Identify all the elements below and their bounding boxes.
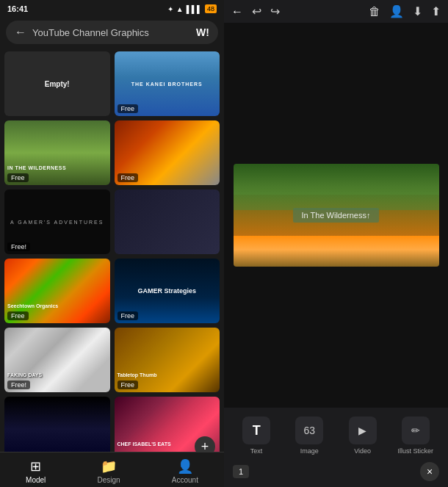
right-panel: ← ↩ ↪ 🗑 👤 ⬇ ⬆ In The Wilderness↑ T Text — [224, 0, 448, 487]
model-label: Model — [26, 476, 46, 484]
image-number: 63 — [304, 425, 316, 436]
sticker-tool-label: Illust Sticker — [398, 447, 434, 455]
search-suffix: W! — [196, 26, 209, 38]
right-toolbar: ← ↩ ↪ 🗑 👤 ⬇ ⬆ — [224, 0, 448, 23]
tool-image[interactable]: 63 Image — [291, 416, 328, 455]
template-card-strategies[interactable]: GAMER Strategies Free — [115, 259, 220, 323]
toolbar-undo-icon[interactable]: ↩ — [252, 4, 261, 18]
empty-label: Empty! — [45, 80, 70, 88]
berries-label: CHEF ISABEL'S EATS — [118, 441, 171, 447]
toolbar-share-icon[interactable]: ⬆ — [431, 4, 441, 18]
canvas-preview: In The Wilderness↑ — [234, 164, 439, 267]
girl-badge: Free — [118, 173, 139, 182]
bottom-nav: ⊞ Model 📁 Design 👤 Account — [0, 452, 224, 487]
canvas-text-overlay[interactable]: In The Wilderness↑ — [293, 208, 380, 223]
gamer-adv-label: A GAMER'S ADVENTURES — [10, 220, 104, 225]
image-tool-icon-box: 63 — [295, 416, 323, 444]
account-icon: 👤 — [177, 458, 193, 475]
wilderness-badge: Free — [7, 173, 29, 182]
tool-video[interactable]: ▶ Video — [344, 416, 381, 455]
nav-account[interactable]: 👤 Account — [172, 458, 198, 484]
text-tool-icon: T — [242, 416, 270, 444]
search-bar[interactable]: ← YouTube Channel Graphics W! — [6, 21, 218, 44]
template-card-marble[interactable]: FAKING DAYS Free! — [4, 328, 110, 392]
bluetooth-icon: ✦ — [167, 5, 173, 13]
video-tool-label: Video — [354, 447, 371, 455]
toolbar-trash-icon[interactable]: 🗑 — [369, 5, 380, 18]
left-panel: 16:41 ✦ ▲ ▌▌▌ 48 ← YouTube Channel Graph… — [0, 0, 224, 487]
toolbar-back-icon[interactable]: ← — [231, 5, 243, 18]
nav-design[interactable]: 📁 Design — [97, 458, 120, 484]
page-badge: 1 — [233, 465, 249, 478]
organics-badge: Free — [7, 311, 29, 320]
tool-sticker[interactable]: ✏ Illust Sticker — [397, 416, 434, 455]
organics-label: Seechtown Organics — [7, 303, 58, 309]
template-card-dark-space[interactable] — [4, 397, 110, 452]
account-label: Account — [172, 476, 198, 484]
add-template-button[interactable]: + — [195, 436, 215, 452]
template-card-kanei[interactable]: THE KANEI BROTHERS Free — [115, 51, 220, 116]
design-label: Design — [97, 476, 120, 484]
template-card-scripts[interactable] — [115, 190, 220, 254]
template-grid: Empty! THE KANEI BROTHERS Free IN THE WI… — [0, 48, 224, 452]
back-arrow-icon[interactable]: ← — [15, 26, 26, 39]
template-card-berries[interactable]: CHEF ISABEL'S EATS + — [115, 397, 220, 452]
canvas-area[interactable]: In The Wilderness↑ — [224, 23, 448, 408]
template-card-girl[interactable]: Free — [115, 120, 220, 185]
design-icon: 📁 — [101, 458, 117, 475]
template-card-empty[interactable]: Empty! — [4, 51, 110, 116]
toolbar-redo-icon[interactable]: ↪ — [270, 4, 280, 18]
bottom-tools: T Text 63 Image ▶ Video ✏ Illu — [224, 408, 448, 487]
marble-label: FAKING DAYS — [7, 372, 42, 378]
wifi-icon: ▲ — [176, 5, 184, 13]
status-time: 16:41 — [7, 4, 28, 13]
marble-badge: Free! — [7, 380, 30, 389]
template-card-organics[interactable]: Free Seechtown Organics — [4, 259, 110, 323]
model-icon: ⊞ — [30, 458, 41, 475]
image-tool-label: Image — [300, 447, 319, 455]
strategies-badge: Free — [118, 311, 139, 320]
template-card-tablet[interactable]: Tabletop Thumb Free — [115, 328, 220, 392]
tool-text[interactable]: T Text — [238, 416, 275, 455]
toolbar-user-icon[interactable]: 👤 — [389, 4, 404, 18]
page-indicator-row: 1 × — [224, 458, 448, 484]
tools-row: T Text 63 Image ▶ Video ✏ Illu — [224, 414, 448, 458]
strategies-label: GAMER Strategies — [137, 287, 196, 295]
search-input-text[interactable]: YouTube Channel Graphics — [32, 27, 190, 38]
battery-icon: 48 — [205, 4, 217, 13]
nav-model[interactable]: ⊞ Model — [26, 458, 46, 484]
tablet-label: Tabletop Thumb — [118, 372, 157, 378]
kanei-title: THE KANEI BROTHERS — [131, 82, 203, 87]
close-button[interactable]: × — [420, 462, 439, 481]
template-card-wilderness[interactable]: IN THE WILDERNESS Free — [4, 120, 110, 185]
status-bar: 16:41 ✦ ▲ ▌▌▌ 48 — [0, 0, 224, 16]
kanei-badge: Free — [118, 104, 139, 113]
text-tool-label: Text — [250, 447, 263, 455]
status-icons: ✦ ▲ ▌▌▌ 48 — [167, 4, 217, 13]
wilderness-label: IN THE WILDERNESS — [7, 165, 66, 170]
gamer-adv-badge: Free! — [7, 242, 30, 251]
sticker-tool-icon: ✏ — [402, 416, 430, 444]
toolbar-download-icon[interactable]: ⬇ — [413, 4, 422, 18]
template-card-gamer-adv[interactable]: A GAMER'S ADVENTURES Free! — [4, 190, 110, 254]
tablet-badge: Free — [118, 380, 139, 389]
video-tool-icon: ▶ — [349, 416, 377, 444]
signal-icon: ▌▌▌ — [187, 5, 202, 13]
